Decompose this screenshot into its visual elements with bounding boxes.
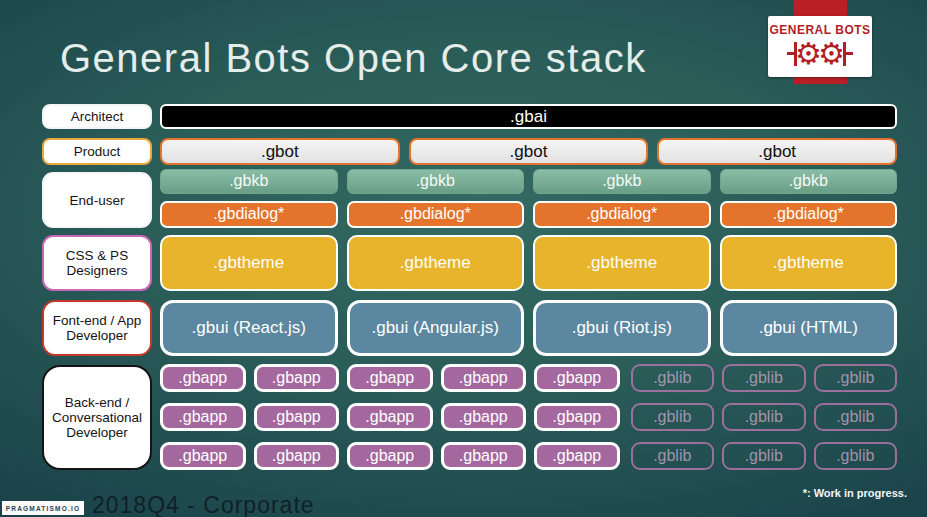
gbai-row: .gbai: [160, 104, 897, 129]
gear-stub-icon: [846, 52, 853, 55]
gbot-box: .gbot: [160, 138, 400, 165]
gear-icon: ⚙: [818, 39, 845, 69]
gbapp-box: .gbapp: [254, 442, 340, 470]
gblib-box: .gblib: [631, 403, 715, 431]
gear-stub-icon: [787, 52, 794, 55]
gbapp-box: .gbapp: [160, 403, 246, 431]
gbtheme-box: .gbtheme: [720, 235, 898, 291]
role-architect: Architect: [42, 104, 152, 129]
gbapp-box: .gbapp: [534, 364, 620, 392]
gbkb-box: .gbkb: [720, 169, 898, 194]
gbapp-box: .gbapp: [254, 403, 340, 431]
general-bots-logo: GENERAL BOTS ⚙ ⚙: [768, 16, 872, 77]
role-end-user: End-user: [42, 172, 152, 228]
gbot-box: .gbot: [657, 138, 897, 165]
gblib-box: .gblib: [814, 364, 898, 392]
gblib-box: .gblib: [722, 442, 806, 470]
gblib-box: .gblib: [722, 403, 806, 431]
gbui-row: .gbui (React.js) .gbui (Angular.js) .gbu…: [160, 300, 897, 356]
gblib-box: .gblib: [722, 364, 806, 392]
gbai-box: .gbai: [160, 104, 897, 129]
gblib-box: .gblib: [814, 403, 898, 431]
role-backend-conversational-developer: Back-end / Conversational Developer: [42, 365, 152, 470]
gblib-box: .gblib: [631, 364, 715, 392]
role-frontend-app-developer: Font-end / App Developer: [42, 300, 152, 356]
gbdialog-box: .gbdialog*: [533, 201, 711, 228]
gbapp-box: .gbapp: [347, 364, 433, 392]
gbot-box: .gbot: [409, 138, 649, 165]
footer-date-label: 2018Q4 - Corporate: [92, 492, 315, 517]
gblib-box: .gblib: [814, 442, 898, 470]
gbapp-gblib-row: .gbapp .gbapp .gbapp .gbapp .gbapp .gbli…: [160, 442, 897, 470]
gbdialog-box: .gbdialog*: [160, 201, 338, 228]
page-title: General Bots Open Core stack: [60, 36, 647, 81]
gbapp-box: .gbapp: [254, 364, 340, 392]
gbtheme-box: .gbtheme: [347, 235, 525, 291]
pragmatismo-logo: PRAGMATISMO.IO: [2, 501, 84, 515]
gbapp-gblib-row: .gbapp .gbapp .gbapp .gbapp .gbapp .gbli…: [160, 364, 897, 392]
gbtheme-box: .gbtheme: [533, 235, 711, 291]
gbapp-box: .gbapp: [347, 442, 433, 470]
gbapp-gblib-row: .gbapp .gbapp .gbapp .gbapp .gbapp .gbli…: [160, 403, 897, 431]
gblib-box: .gblib: [631, 442, 715, 470]
slide-canvas: GENERAL BOTS ⚙ ⚙ General Bots Open Core …: [0, 0, 927, 517]
gbapp-box: .gbapp: [534, 403, 620, 431]
gbui-riot-box: .gbui (Riot.js): [533, 300, 711, 356]
gbapp-box: .gbapp: [160, 442, 246, 470]
gears-icon: ⚙ ⚙: [787, 37, 853, 71]
gbapp-box: .gbapp: [441, 364, 527, 392]
gbkb-box: .gbkb: [160, 169, 338, 194]
gbtheme-row: .gbtheme .gbtheme .gbtheme .gbtheme: [160, 235, 897, 291]
gbapp-box: .gbapp: [441, 442, 527, 470]
gbot-row: .gbot .gbot .gbot: [160, 138, 897, 165]
gbdialog-box: .gbdialog*: [720, 201, 898, 228]
role-css-ps-designers: CSS & PS Designers: [42, 235, 152, 291]
gbapp-box: .gbapp: [441, 403, 527, 431]
gbkb-box: .gbkb: [533, 169, 711, 194]
gbui-angular-box: .gbui (Angular.js): [347, 300, 525, 356]
gbtheme-box: .gbtheme: [160, 235, 338, 291]
gbapp-box: .gbapp: [534, 442, 620, 470]
gbdialog-row: .gbdialog* .gbdialog* .gbdialog* .gbdial…: [160, 201, 897, 228]
work-in-progress-note: *: Work in progress.: [803, 487, 907, 499]
gbkb-box: .gbkb: [347, 169, 525, 194]
role-product: Product: [42, 138, 152, 165]
gbapp-box: .gbapp: [160, 364, 246, 392]
gbui-html-box: .gbui (HTML): [720, 300, 898, 356]
gbapp-box: .gbapp: [347, 403, 433, 431]
gbui-react-box: .gbui (React.js): [160, 300, 338, 356]
logo-brand-text: GENERAL BOTS: [769, 23, 870, 37]
gbkb-row: .gbkb .gbkb .gbkb .gbkb: [160, 169, 897, 194]
gbdialog-box: .gbdialog*: [347, 201, 525, 228]
